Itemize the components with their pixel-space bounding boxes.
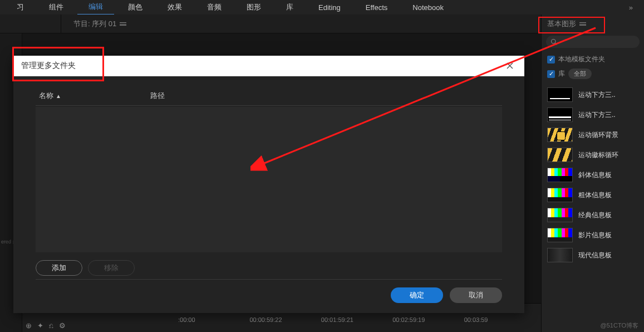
- column-header-path[interactable]: 路径: [150, 91, 499, 101]
- marker-icon[interactable]: ✦: [37, 321, 43, 330]
- top-menu-bar: 习 组件 编辑 颜色 效果 音频 图形 库 Editing Effects No…: [0, 0, 644, 14]
- column-header-name[interactable]: 名称 ▲: [39, 91, 150, 101]
- snap-icon[interactable]: ⊕: [26, 321, 32, 330]
- close-icon: [506, 62, 514, 70]
- template-item[interactable]: 经典信息板: [542, 205, 644, 225]
- dialog-footer: 确定 取消: [36, 280, 502, 303]
- panel-title: 基本图形: [547, 19, 576, 29]
- menu-item-learn[interactable]: 习: [6, 0, 35, 14]
- template-item[interactable]: 斜体信息板: [542, 165, 644, 185]
- column-header-path-label: 路径: [150, 91, 165, 100]
- filter-label: 库: [558, 69, 565, 79]
- ruler-mark: :00:00: [178, 316, 249, 323]
- add-folder-button[interactable]: 添加: [36, 260, 82, 276]
- workspace-overflow-chevron-icon[interactable]: »: [623, 1, 638, 14]
- template-thumbnail: [547, 248, 573, 262]
- filter-local-templates[interactable]: ✓ 本地模板文件夹: [542, 52, 644, 66]
- template-thumbnail: [547, 168, 573, 182]
- template-thumbnail: [547, 208, 573, 222]
- filter-label: 本地模板文件夹: [558, 55, 605, 64]
- search-icon: [550, 38, 557, 45]
- template-label: 运动下方三..: [578, 110, 616, 120]
- panel-menu-icon[interactable]: [579, 21, 586, 27]
- template-list: 运动下方三.. 运动下方三.. 运动循环背景 运动徽标循环 斜体信息板 粗体信息…: [542, 85, 644, 332]
- template-thumbnail: [547, 228, 573, 242]
- menu-item-effects-cn[interactable]: 效果: [156, 0, 193, 14]
- remove-folder-button: 移除: [88, 260, 135, 276]
- dialog-body: 名称 ▲ 路径 添加 移除 确定 取消: [13, 76, 524, 313]
- manage-folders-dialog: 管理更多文件夹 名称 ▲ 路径 添加 移除 确定 取消: [13, 56, 524, 313]
- template-label: 斜体信息板: [578, 170, 612, 180]
- menu-item-notebook[interactable]: Notebook: [401, 1, 455, 14]
- link-icon[interactable]: ⎌: [49, 321, 53, 330]
- template-label: 粗体信息板: [578, 191, 612, 200]
- left-panel-stub: [0, 14, 61, 33]
- timeline-ruler[interactable]: :00:00 00:00:59:22 00:01:59:21 00:02:59:…: [22, 316, 541, 323]
- template-label: 现代信息板: [578, 251, 612, 260]
- ruler-mark: 00:03:59: [464, 316, 535, 323]
- template-thumbnail: [547, 108, 573, 122]
- menu-item-libraries[interactable]: 库: [275, 0, 304, 14]
- template-item[interactable]: 粗体信息板: [542, 185, 644, 205]
- template-item[interactable]: 运动循环背景: [542, 125, 644, 145]
- sort-ascending-icon: ▲: [56, 93, 61, 99]
- template-thumbnail: [547, 148, 573, 162]
- timeline-tool-icons: ⊕ ✦ ⎌ ⚙: [26, 321, 66, 330]
- ok-button[interactable]: 确定: [391, 287, 443, 303]
- dialog-title: 管理更多文件夹: [21, 61, 76, 71]
- ruler-mark: 00:02:59:19: [392, 316, 464, 323]
- library-filter-dropdown[interactable]: 全部: [568, 69, 592, 79]
- template-item[interactable]: 运动下方三..: [542, 105, 644, 125]
- essential-graphics-panel: 基本图形 ✓ 本地模板文件夹 ✓ 库 全部 运动下方三.. 运动下方三.. 运动…: [541, 14, 644, 332]
- menu-item-graphics[interactable]: 图形: [235, 0, 272, 14]
- filter-libraries[interactable]: ✓ 库 全部: [542, 66, 644, 81]
- folder-table-body[interactable]: [36, 107, 502, 252]
- template-label: 运动下方三..: [578, 90, 616, 100]
- essential-graphics-header[interactable]: 基本图形: [542, 14, 644, 33]
- template-thumbnail: [547, 128, 573, 142]
- menu-item-effects-en[interactable]: Effects: [355, 1, 399, 14]
- svg-point-0: [552, 40, 556, 44]
- column-header-name-label: 名称: [39, 91, 53, 101]
- folder-action-row: 添加 移除: [36, 252, 502, 280]
- dialog-titlebar: 管理更多文件夹: [13, 56, 524, 76]
- program-tab[interactable]: 节目: 序列 01: [73, 19, 126, 29]
- menu-item-color[interactable]: 颜色: [117, 0, 154, 14]
- template-thumbnail: [547, 87, 573, 102]
- template-item[interactable]: 运动徽标循环: [542, 145, 644, 165]
- template-label: 经典信息板: [578, 211, 612, 220]
- graphics-search-input[interactable]: [546, 36, 640, 48]
- watermark-text: @51CTO博客: [601, 321, 638, 330]
- template-thumbnail: [547, 188, 573, 202]
- settings-icon[interactable]: ⚙: [59, 321, 66, 330]
- checkbox-checked-icon[interactable]: ✓: [547, 56, 555, 64]
- template-label: 运动循环背景: [578, 130, 618, 140]
- menu-item-editing-en[interactable]: Editing: [307, 1, 352, 14]
- menu-item-editing-cn[interactable]: 编辑: [77, 0, 114, 15]
- ruler-mark: 00:00:59:22: [249, 316, 321, 323]
- program-tab-label: 节目: 序列 01: [73, 19, 116, 29]
- menu-item-assembly[interactable]: 组件: [38, 0, 75, 14]
- menu-item-audio[interactable]: 音频: [196, 0, 233, 14]
- template-label: 运动徽标循环: [578, 150, 618, 160]
- folder-table-header: 名称 ▲ 路径: [36, 86, 502, 106]
- svg-line-1: [555, 43, 557, 45]
- template-label: 影片信息板: [578, 231, 612, 240]
- template-item[interactable]: 运动下方三..: [542, 85, 644, 105]
- template-item[interactable]: 现代信息板: [542, 245, 644, 265]
- ruler-mark: 00:01:59:21: [321, 316, 392, 323]
- panel-menu-icon[interactable]: [120, 21, 126, 27]
- template-item[interactable]: 影片信息板: [542, 225, 644, 245]
- cancel-button[interactable]: 取消: [450, 287, 502, 303]
- close-button[interactable]: [503, 59, 517, 72]
- checkbox-checked-icon[interactable]: ✓: [547, 70, 555, 78]
